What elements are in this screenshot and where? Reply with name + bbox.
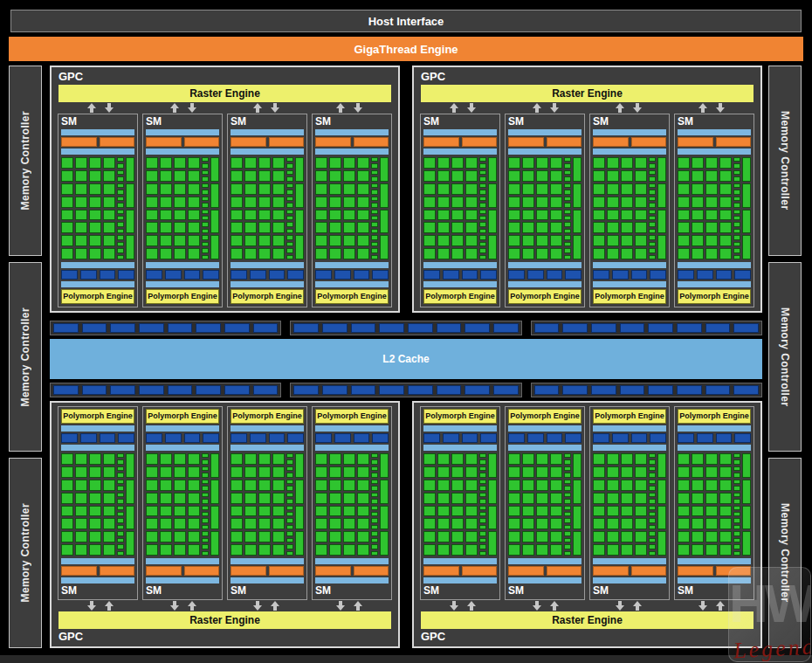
sfu-unit [295, 157, 304, 182]
cuda-core [678, 210, 690, 221]
sm-block: Polymorph EngineSM [505, 406, 585, 600]
cuda-core [188, 480, 200, 491]
core-grid [508, 453, 581, 556]
ldst-unit [202, 453, 209, 458]
cuda-core [550, 183, 562, 195]
sm-block: SMPolymorph Engine [58, 114, 138, 307]
cuda-core [465, 531, 478, 542]
down-arrow-icon [253, 601, 262, 611]
ldst-unit [202, 551, 209, 556]
cuda-core [174, 235, 186, 246]
ldst-unit [286, 157, 293, 162]
cuda-core [244, 248, 257, 259]
cuda-core [451, 493, 464, 504]
down-arrow-icon [616, 601, 624, 611]
up-arrow-icon [716, 601, 725, 611]
ldst-unit [649, 499, 656, 503]
cuda-core [258, 480, 271, 491]
interconnect-segment [480, 433, 497, 443]
sfu-unit [210, 506, 219, 530]
core-array [593, 157, 647, 259]
sfu-unit [742, 453, 751, 478]
pipeline-bar [146, 148, 219, 155]
ldst-unit [479, 229, 486, 233]
ldst-unit [479, 210, 486, 214]
cuda-core [678, 531, 690, 542]
cuda-core [160, 170, 172, 182]
down-arrow-icon [170, 601, 179, 611]
ldst-unit [733, 170, 740, 175]
pipeline-bar [231, 577, 304, 584]
dram-segment [196, 323, 221, 333]
ldst-unit [649, 518, 656, 522]
dram-segment [110, 323, 135, 333]
ldst-unit [733, 525, 740, 529]
cuda-core [315, 248, 327, 259]
cuda-core [231, 544, 243, 556]
ldst-unit [649, 176, 656, 181]
sm-row: SMPolymorph EngineSMPolymorph EngineSMPo… [57, 114, 393, 307]
cuda-core [451, 210, 464, 221]
polymorph-engine: Polymorph Engine [423, 289, 497, 304]
ldst-unit [117, 216, 124, 220]
cuda-core [75, 157, 87, 169]
cuda-core [343, 170, 355, 182]
cuda-core [536, 248, 548, 259]
cuda-core [258, 183, 271, 195]
cuda-core [258, 210, 271, 221]
cuda-core [423, 157, 436, 169]
sfu-unit [380, 453, 389, 478]
ldst-unit [371, 229, 378, 233]
cuda-core [607, 480, 619, 491]
ldst-unit [371, 551, 378, 556]
pipeline-bar [508, 148, 581, 155]
ldst-unit [733, 499, 740, 503]
arrow-pair [225, 600, 308, 611]
cuda-core [692, 453, 704, 465]
dram-segment [591, 323, 616, 333]
cuda-core [244, 531, 257, 542]
cuda-core [423, 493, 436, 504]
interconnect-bar [423, 270, 497, 280]
dram-segment [464, 323, 490, 333]
interconnect-segment [315, 433, 332, 443]
cuda-core [692, 235, 704, 246]
gpc-label: GPC [419, 69, 755, 85]
cuda-core [315, 235, 327, 246]
interconnect-segment [372, 270, 389, 280]
pipeline-bar [146, 558, 219, 564]
cuda-core [692, 157, 704, 169]
ldst-unit [479, 222, 486, 226]
cuda-core [593, 197, 605, 208]
sfu-column [573, 453, 581, 556]
ldst-unit [564, 538, 571, 542]
interconnect-segment [527, 270, 544, 280]
cuda-core [329, 544, 341, 556]
ldst-column [649, 453, 656, 556]
cuda-core [89, 544, 101, 556]
ldst-unit [479, 197, 486, 201]
arrow-pair [588, 102, 671, 114]
interconnect-segment [650, 270, 666, 280]
cuda-core [357, 248, 369, 259]
pipeline-bar [508, 445, 581, 451]
cuda-core [593, 222, 605, 233]
ldst-unit [286, 518, 293, 522]
interconnect-segment [650, 433, 666, 443]
ldst-unit [479, 459, 486, 464]
polymorph-engine: Polymorph Engine [61, 289, 134, 304]
cuda-core [89, 453, 101, 465]
cuda-core [231, 518, 243, 529]
interconnect-bar [508, 433, 581, 443]
down-arrow-icon [716, 103, 725, 113]
cuda-core [536, 506, 548, 517]
cuda-core [719, 466, 732, 478]
dram-segment [464, 385, 490, 395]
cuda-core [719, 480, 732, 491]
ldst-unit [564, 480, 571, 484]
cuda-core [678, 518, 690, 529]
ldst-unit [286, 499, 293, 503]
cuda-core [61, 506, 73, 517]
cuda-core [437, 170, 450, 182]
ldst-column [286, 453, 293, 556]
